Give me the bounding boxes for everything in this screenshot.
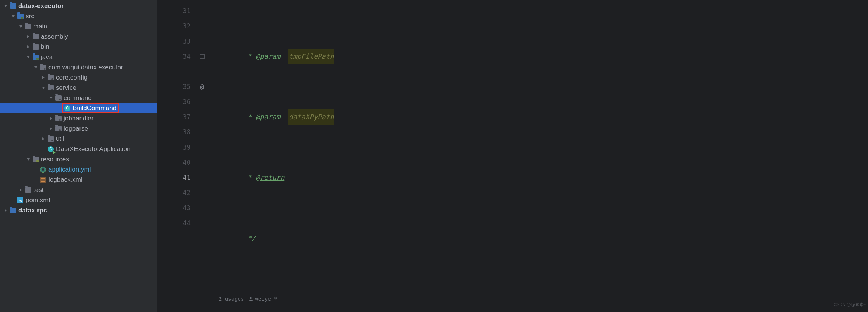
person-icon bbox=[248, 296, 253, 301]
line-number-41[interactable]: 41 bbox=[157, 170, 197, 185]
line-number-44[interactable]: 44 bbox=[157, 215, 197, 231]
line-number-33[interactable]: 33 bbox=[157, 34, 197, 49]
tree-item-assembly[interactable]: assembly bbox=[0, 31, 157, 42]
tree-item-service[interactable]: service bbox=[0, 83, 157, 93]
line-number-31[interactable]: 31 bbox=[157, 3, 197, 19]
gutter-mark-39[interactable] bbox=[197, 140, 207, 155]
svg-point-0 bbox=[250, 297, 252, 299]
usages-count[interactable]: 2 usages bbox=[219, 291, 244, 306]
gutter-mark-40[interactable] bbox=[197, 155, 207, 170]
tree-item-datax-executor[interactable]: datax-executor bbox=[0, 1, 157, 11]
tree-item-logparse[interactable]: logparse bbox=[0, 123, 157, 134]
line-number-43[interactable]: 43 bbox=[157, 200, 197, 215]
gutter-mark-32[interactable] bbox=[197, 19, 207, 34]
tree-item-dataxexecutorapplication[interactable]: CDataXExecutorApplication bbox=[0, 144, 157, 154]
code-line-31[interactable]: * @param tmpFilePath bbox=[207, 49, 868, 64]
tree-item-logback-xml[interactable]: logback.xml bbox=[0, 175, 157, 185]
tree-item-datax-rpc[interactable]: datax-rpc bbox=[0, 205, 157, 215]
fold-handle-icon[interactable] bbox=[200, 54, 205, 59]
project-tree[interactable]: datax-executorsrcmainassemblybinjavacom.… bbox=[0, 0, 157, 312]
gutter-mark-31[interactable] bbox=[197, 3, 207, 19]
line-number-42[interactable]: 42 bbox=[157, 185, 197, 200]
tree-item-command[interactable]: command bbox=[0, 93, 157, 103]
tree-item-bin[interactable]: bin bbox=[0, 42, 157, 52]
gutter-fold-column[interactable]: @ bbox=[197, 0, 207, 312]
tree-item-com-wugui-datax-executor[interactable]: com.wugui.datax.executor bbox=[0, 62, 157, 72]
tree-item-main[interactable]: main bbox=[0, 21, 157, 31]
tree-item-java[interactable]: java bbox=[0, 52, 157, 62]
line-number-38[interactable]: 38 bbox=[157, 125, 197, 140]
gutter-mark-41[interactable] bbox=[197, 170, 207, 185]
tree-item-util[interactable]: util bbox=[0, 134, 157, 144]
tree-item-test[interactable]: test bbox=[0, 185, 157, 195]
tree-item-application-yml[interactable]: application.yml bbox=[0, 164, 157, 175]
code-line-33[interactable]: * @return bbox=[207, 170, 868, 185]
gutter-mark-38[interactable] bbox=[197, 125, 207, 140]
line-number-36[interactable]: 36 bbox=[157, 94, 197, 109]
gutter-mark-blank[interactable] bbox=[197, 64, 207, 79]
code-line-32[interactable]: * @param dataXPyPath bbox=[207, 109, 868, 125]
line-number-blank[interactable] bbox=[157, 64, 197, 79]
line-number-34[interactable]: 34 bbox=[157, 49, 197, 64]
line-number-gutter: 3132333435363738394041424344 bbox=[157, 0, 197, 312]
gutter-mark-44[interactable] bbox=[197, 215, 207, 231]
line-number-40[interactable]: 40 bbox=[157, 155, 197, 170]
gutter-mark-35[interactable]: @ bbox=[197, 79, 207, 94]
tree-item-pom-xml[interactable]: mpom.xml bbox=[0, 195, 157, 205]
gutter-mark-34[interactable] bbox=[197, 49, 207, 64]
tree-item-resources[interactable]: resources bbox=[0, 154, 157, 164]
line-number-32[interactable]: 32 bbox=[157, 19, 197, 34]
gutter-mark-36[interactable] bbox=[197, 94, 207, 109]
gutter-mark-33[interactable] bbox=[197, 34, 207, 49]
author-inlay[interactable]: weiye * bbox=[248, 291, 277, 306]
tree-item-buildcommand[interactable]: CBuildCommand bbox=[0, 103, 157, 113]
override-gutter-icon[interactable]: @ bbox=[200, 83, 204, 90]
tree-item-src[interactable]: src bbox=[0, 11, 157, 21]
line-number-37[interactable]: 37 bbox=[157, 109, 197, 125]
tree-item-jobhandler[interactable]: jobhandler bbox=[0, 113, 157, 123]
gutter-mark-43[interactable] bbox=[197, 200, 207, 215]
code-line-34[interactable]: */ bbox=[207, 231, 868, 246]
gutter-mark-42[interactable] bbox=[197, 185, 207, 200]
usages-inlay[interactable]: 2 usages weiye * bbox=[207, 291, 868, 306]
code-editor[interactable]: * @param tmpFilePath * @param dataXPyPat… bbox=[207, 0, 868, 312]
tree-item-core-config[interactable]: core.config bbox=[0, 72, 157, 83]
line-number-35[interactable]: 35 bbox=[157, 79, 197, 94]
gutter-mark-37[interactable] bbox=[197, 109, 207, 125]
watermark: CSDN @@素素~ bbox=[834, 297, 866, 312]
line-number-39[interactable]: 39 bbox=[157, 140, 197, 155]
